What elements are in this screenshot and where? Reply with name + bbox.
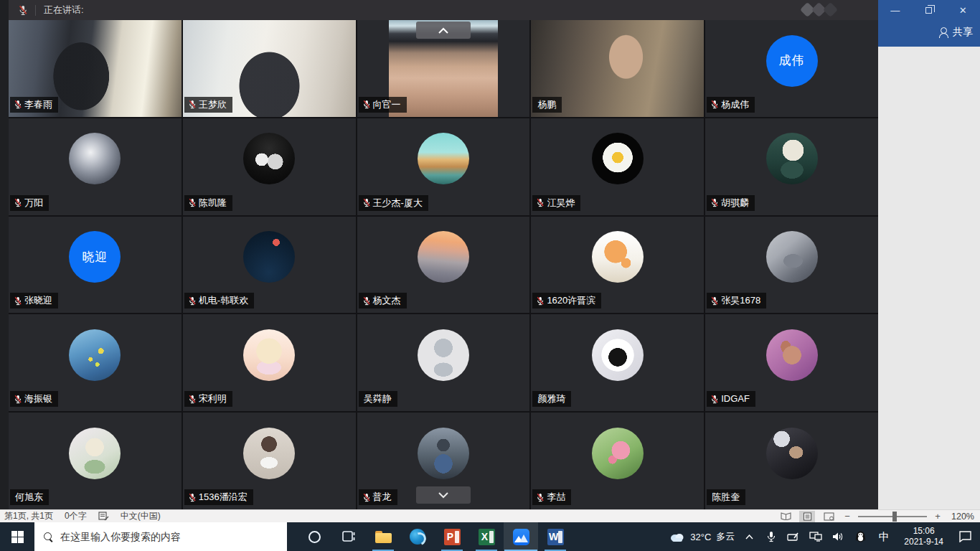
avatar: 晓迎 <box>69 231 121 283</box>
participant-name-label: IDGAF <box>707 391 755 407</box>
share-button[interactable]: 共享 <box>938 26 973 39</box>
participant-name-label: 何旭东 <box>10 489 49 505</box>
participant-tile[interactable]: 张昊1678 <box>705 217 878 314</box>
participant-tile[interactable]: 机电-韩联欢 <box>183 217 356 314</box>
participant-tile[interactable]: 何旭东 <box>9 413 182 509</box>
microphone-tray-icon[interactable] <box>763 526 779 547</box>
participant-tile[interactable]: 成伟杨成伟 <box>705 20 878 117</box>
video-page-down-button[interactable] <box>416 486 471 504</box>
mic-muted-icon <box>710 99 719 110</box>
language-indicator[interactable]: 中文(中国) <box>121 510 161 522</box>
weather-widget[interactable]: 32°C 多云 <box>669 530 735 543</box>
minimize-button[interactable]: — <box>885 1 906 19</box>
meeting-topbar: 正在讲话: <box>9 0 878 20</box>
read-mode-button[interactable] <box>778 511 793 522</box>
participant-name-label: 王少杰-厦大 <box>359 195 428 211</box>
taskbar-app-powerpoint[interactable]: P <box>435 522 469 551</box>
participant-tile[interactable]: 李喆 <box>531 413 704 509</box>
word-count[interactable]: 0个字 <box>65 510 87 522</box>
taskbar-app-excel[interactable]: X <box>469 522 504 551</box>
mic-muted-status-icon <box>18 4 28 17</box>
participant-tile[interactable]: 陈凯隆 <box>183 118 356 215</box>
avatar <box>243 133 295 184</box>
participant-name-label: 万阳 <box>10 195 49 211</box>
participant-tile[interactable]: IDGAF <box>705 314 878 411</box>
participant-name-label: 向官一 <box>359 97 407 113</box>
participant-tile[interactable]: 杨鹏 <box>531 20 704 117</box>
mic-muted-icon <box>14 296 22 306</box>
participant-tile[interactable]: 宋利明 <box>183 314 356 411</box>
participant-tile[interactable]: 1536潘沿宏 <box>183 413 356 509</box>
participant-tile[interactable]: 颜雅琦 <box>531 314 704 411</box>
search-icon <box>44 532 53 542</box>
participant-name: 向官一 <box>373 99 401 110</box>
participant-tile[interactable]: 李春雨 <box>9 20 182 117</box>
participant-name: 江昊烨 <box>547 197 575 209</box>
avatar <box>418 133 469 184</box>
mic-muted-icon <box>710 296 719 306</box>
taskbar-app-tencent-meeting[interactable] <box>504 522 538 551</box>
participant-tile[interactable]: 王少杰-厦大 <box>357 118 530 215</box>
participant-name-label: 普龙 <box>359 489 397 505</box>
avatar <box>418 329 469 381</box>
weather-temp: 32°C <box>690 532 711 542</box>
action-center-icon[interactable] <box>954 526 976 547</box>
network-display-tray-icon[interactable] <box>808 526 824 547</box>
avatar-initials: 晓迎 <box>82 249 108 265</box>
participant-tile[interactable]: 江昊烨 <box>531 118 704 215</box>
participant-name-label: 胡骐麟 <box>707 195 755 211</box>
proofing-icon[interactable] <box>98 512 109 521</box>
taskbar-clock[interactable]: 15:06 2021-9-14 <box>900 526 948 547</box>
participant-name: 杨文杰 <box>373 295 401 306</box>
participant-tile[interactable]: 海振银 <box>9 314 182 411</box>
qq-tray-icon[interactable] <box>852 526 868 547</box>
page-info[interactable]: 第1页, 共1页 <box>4 510 53 522</box>
avatar <box>243 329 295 381</box>
participant-name-label: 王梦欣 <box>184 97 232 113</box>
participant-name: 王梦欣 <box>199 99 227 110</box>
start-button[interactable] <box>0 522 34 551</box>
mic-muted-icon <box>14 394 22 405</box>
taskbar-app-browser[interactable] <box>400 522 435 551</box>
participant-tile[interactable]: 万阳 <box>9 118 182 215</box>
participant-tile[interactable]: 吴粦静 <box>357 314 530 411</box>
taskbar-app-cortana[interactable] <box>297 522 331 551</box>
participant-name-label: 李喆 <box>532 489 571 505</box>
pen-tray-icon[interactable] <box>786 526 801 547</box>
participant-tile[interactable]: 胡骐麟 <box>705 118 878 215</box>
zoom-slider-handle[interactable] <box>892 512 897 522</box>
restore-button[interactable] <box>918 1 940 19</box>
file-explorer-icon <box>375 531 392 543</box>
participant-name: 1536潘沿宏 <box>199 491 248 503</box>
participant-name-label: 杨文杰 <box>359 293 407 309</box>
zoom-level[interactable]: 120% <box>948 512 974 522</box>
participant-name: 宋利明 <box>199 393 227 405</box>
taskbar-search[interactable] <box>34 522 287 551</box>
zoom-in-button[interactable]: + <box>933 511 943 522</box>
tray-expand-chevron[interactable] <box>741 526 757 547</box>
search-input[interactable] <box>60 531 261 542</box>
word-window-edge: — ✕ 共享 <box>878 0 980 509</box>
volume-tray-icon[interactable] <box>830 526 846 547</box>
taskbar-app-task-view[interactable] <box>331 522 366 551</box>
zoom-out-button[interactable]: − <box>842 511 852 522</box>
video-page-up-button[interactable] <box>416 22 471 39</box>
mic-muted-icon <box>710 394 719 405</box>
participant-tile[interactable]: 晓迎张晓迎 <box>9 217 182 314</box>
print-layout-button[interactable] <box>799 511 815 522</box>
participant-name: 陈胜奎 <box>712 491 740 503</box>
web-layout-button[interactable] <box>821 511 837 522</box>
participant-tile[interactable]: 陈胜奎 <box>705 413 878 509</box>
ime-indicator[interactable]: 中 <box>875 530 893 544</box>
taskbar-app-file-explorer[interactable] <box>366 522 400 551</box>
taskbar-app-word[interactable]: W <box>538 522 573 551</box>
zoom-slider[interactable] <box>858 516 927 517</box>
participant-tile[interactable]: 王梦欣 <box>183 20 356 117</box>
avatar <box>243 231 295 283</box>
powerpoint-icon: P <box>444 529 461 545</box>
tencent-meeting-icon <box>513 529 529 545</box>
participant-tile[interactable]: 杨文杰 <box>357 217 530 314</box>
close-button[interactable]: ✕ <box>952 1 974 19</box>
clock-date: 2021-9-14 <box>904 537 943 547</box>
participant-tile[interactable]: 1620许晋滨 <box>531 217 704 314</box>
